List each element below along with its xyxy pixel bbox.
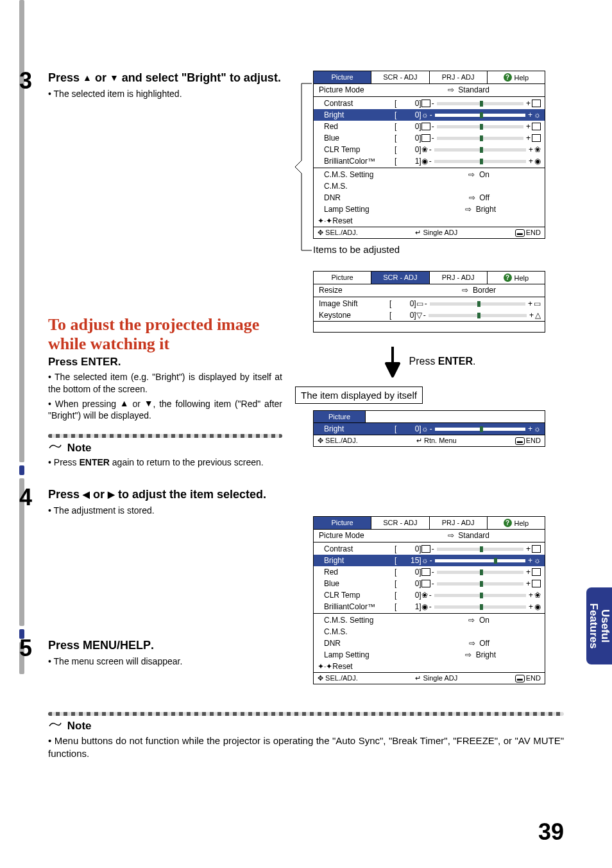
adjust-heading: To adjust the projected image while watc… — [48, 315, 282, 354]
step5-bullet: • The menu screen will disappear. — [48, 655, 282, 667]
step3-bullet: • The selected item is highlighted. — [48, 88, 282, 100]
tab-help[interactable]: ?Help — [488, 71, 545, 83]
step3-number: 3 — [19, 67, 32, 94]
side-tab: UsefulFeatures — [586, 587, 612, 664]
items-caption: Items to be adjusted — [313, 244, 564, 255]
step4-title: Press ◀ or ▶ to adjust the item selected… — [48, 487, 282, 502]
osd-menu-2: Picture SCR - ADJ PRJ - ADJ ?Help Resize… — [313, 271, 545, 333]
tab-prj-2[interactable]: PRJ - ADJ — [430, 272, 488, 284]
press-enter-sub: Press ENTER. — [48, 356, 282, 369]
final-note: • Menu buttons do not function while the… — [48, 734, 564, 759]
tab-picture-2[interactable]: Picture — [314, 272, 371, 284]
press-enter-detail1: • The selected item (e.g. "Bright") is d… — [48, 371, 282, 394]
step5-number: 5 — [19, 635, 32, 662]
tab-prj[interactable]: PRJ - ADJ — [430, 71, 488, 83]
step3-title: Press ▲ or ▼ and select "Bright" to adju… — [48, 71, 282, 85]
tab-scr-2[interactable]: SCR - ADJ — [371, 272, 429, 284]
page-number: 39 — [538, 819, 564, 846]
osd-menu-1: Picture SCR - ADJ PRJ - ADJ ?Help Pictur… — [313, 71, 545, 239]
note-label-2: Note — [48, 720, 564, 733]
step5-title: Press MENU/HELP. — [48, 638, 282, 653]
osd-single: Picture Bright[0]☼-+☼ ✥ SEL./ADJ. ↵ Rtn.… — [313, 410, 545, 447]
help-icon: ? — [504, 519, 512, 527]
tab-help-3[interactable]: ?Help — [488, 517, 545, 529]
step4-bullet: • The adjustment is stored. — [48, 505, 282, 516]
tab-scr[interactable]: SCR - ADJ — [371, 71, 429, 83]
tab-scr-3[interactable]: SCR - ADJ — [371, 517, 429, 529]
help-icon: ? — [504, 273, 512, 282]
help-icon: ? — [504, 73, 512, 82]
displayed-by-itself: The item displayed by itself — [295, 386, 423, 404]
press-enter-detail2: • When pressing ▲ or ▼, the following it… — [48, 397, 282, 421]
tab-help-2[interactable]: ?Help — [488, 272, 545, 284]
press-enter-arrow: Press ENTER. — [295, 345, 564, 378]
osd-menu-3: Picture SCR - ADJ PRJ - ADJ ?Help Pictur… — [313, 516, 545, 684]
tab-picture[interactable]: Picture — [314, 71, 371, 83]
tab-picture-3[interactable]: Picture — [314, 517, 371, 529]
note1-text: • Press ENTER again to return to the pre… — [48, 456, 282, 468]
note-label-1: Note — [48, 442, 282, 455]
tab-prj-3[interactable]: PRJ - ADJ — [430, 517, 488, 529]
step4-number: 4 — [19, 484, 32, 511]
